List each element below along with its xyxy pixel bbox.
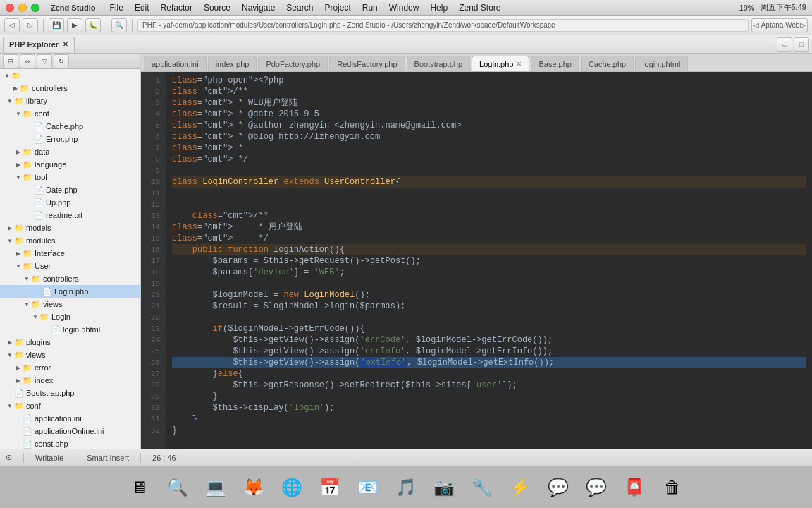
status-icon: ⊙ [6, 453, 12, 462]
tree-root-expand[interactable]: ▼ 📁 [0, 69, 140, 82]
menu-zend-store[interactable]: Zend Store [459, 3, 500, 13]
tab-bootstrap[interactable]: Bootstrap.php [407, 56, 471, 71]
traffic-lights [6, 4, 39, 12]
sidebar-item-readme[interactable]: ▶📄readme.txt [0, 209, 140, 222]
menu-search[interactable]: Search [286, 3, 313, 13]
minimize-button[interactable] [18, 4, 27, 12]
menu-edit[interactable]: Edit [135, 3, 149, 13]
menu-file[interactable]: File [110, 3, 123, 13]
tab-cache-php[interactable]: Cache.php [581, 56, 634, 71]
cursor-position: 26 : 46 [152, 454, 176, 462]
line-numbers: 1234567891011121314151617181920212223242… [141, 72, 166, 449]
run-button[interactable]: ▶ [67, 18, 82, 32]
code-editor[interactable]: 1234567891011121314151617181920212223242… [141, 72, 812, 449]
dock-terminal[interactable]: 💻 [199, 471, 233, 504]
sidebar-item-user-controllers[interactable]: ▼📁controllers [0, 272, 140, 285]
sidebar-item-up-php[interactable]: ▶📄Up.php [0, 196, 140, 209]
dock-trash[interactable]: 🗑 [656, 471, 689, 504]
toolbar-sep-1 [43, 19, 44, 32]
menu-window[interactable]: Window [389, 3, 419, 13]
sidebar-item-library[interactable]: ▼📁library [0, 95, 140, 107]
dock-safari[interactable]: 🦊 [237, 471, 271, 504]
menu-refactor[interactable]: Refactor [161, 3, 192, 13]
tab-login-phtml[interactable]: login.phtml [635, 56, 688, 71]
sidebar-item-modules[interactable]: ▼📁modules [0, 234, 140, 247]
sidebar-item-login-php[interactable]: ▶📄Login.php [0, 285, 140, 298]
back-button[interactable]: ◁ [4, 18, 20, 32]
sidebar-item-views-root[interactable]: ▼📁views [0, 349, 140, 361]
sidebar-item-conf[interactable]: ▼📁conf [0, 107, 140, 120]
minimize-panel-btn[interactable]: ▭ [777, 37, 792, 52]
debug-button[interactable]: 🐛 [85, 18, 101, 32]
search-button[interactable]: 🔍 [111, 18, 127, 32]
maximize-button[interactable] [31, 4, 39, 12]
tab-application-ini[interactable]: application.ini [144, 56, 207, 71]
dock-music[interactable]: 🎵 [389, 471, 423, 504]
menubar: Zend Studio File Edit Refactor Source Na… [0, 0, 812, 16]
tab-pdo-factory[interactable]: PdoFactory.php [258, 56, 328, 71]
sidebar-item-app-ini[interactable]: ▶📄application.ini [0, 412, 140, 425]
sidebar-item-date-php[interactable]: ▶📄Date.php [0, 183, 140, 196]
sidebar-item-login-phtml[interactable]: ▶📄login.phtml [0, 323, 140, 336]
menu-run[interactable]: Run [362, 3, 378, 13]
filter-btn[interactable]: ▽ [37, 54, 52, 68]
dock-chrome[interactable]: 🌐 [275, 471, 309, 504]
panel-buttons: ▭ □ [777, 37, 809, 52]
sidebar-item-app-online-ini[interactable]: ▶📄applicationOnline.ini [0, 425, 140, 437]
sidebar-item-views[interactable]: ▼📁views [0, 298, 140, 310]
sidebar-item-plugins[interactable]: ▶📁plugins [0, 336, 140, 349]
dock-calendar[interactable]: 📅 [313, 471, 347, 504]
sidebar-item-user[interactable]: ▼📁User [0, 260, 140, 272]
tab-close-login[interactable]: ✕ [516, 60, 522, 68]
menu-source[interactable]: Source [204, 3, 230, 13]
dock-photos[interactable]: 📷 [427, 471, 461, 504]
forward-button[interactable]: ▷ [23, 18, 38, 32]
php-explorer-panel[interactable]: PHP Explorer ✕ [3, 37, 75, 52]
sidebar-item-error-folder[interactable]: ▶📁error [0, 361, 140, 374]
code-content[interactable]: class="php-open"><?phpclass="cmt">/**cla… [166, 72, 812, 449]
tab-label: Bootstrap.php [414, 60, 463, 68]
dock-wechat[interactable]: 💬 [579, 471, 613, 504]
sidebar-item-controllers[interactable]: ▶📁controllers [0, 82, 140, 95]
sidebar-item-index-folder[interactable]: ▶📁index [0, 374, 140, 387]
menu-help[interactable]: Help [430, 3, 448, 13]
sidebar-item-error-php[interactable]: ▶📄Error.php [0, 133, 140, 145]
sidebar-item-data[interactable]: ▶📁data [0, 145, 140, 158]
dock-tools[interactable]: 🔧 [465, 471, 499, 504]
collapse-all-btn[interactable]: ⊟ [3, 54, 18, 68]
tab-base-php[interactable]: Base.php [531, 56, 579, 71]
path-display: PHP - yaf-demo/application/modules/User/… [137, 19, 749, 32]
menu-project[interactable]: Project [324, 3, 350, 13]
toolbar-sep-2 [106, 19, 106, 32]
tab-label: Login.php [479, 60, 513, 68]
tab-index-php[interactable]: index.php [208, 56, 257, 71]
tab-login-php[interactable]: Login.php ✕ [472, 56, 529, 71]
sidebar-item-tool[interactable]: ▼📁tool [0, 171, 140, 183]
writable-status: Writable [35, 454, 63, 462]
sidebar-item-cache-php[interactable]: ▶📄Cache.php [0, 120, 140, 133]
dock-postbox[interactable]: 📮 [617, 471, 651, 504]
dock: 🖥 🔍 💻 🦊 🌐 📅 📧 🎵 📷 🔧 ⚡ 💬 💬 📮 🗑 [0, 466, 812, 508]
refresh-btn[interactable]: ↻ [54, 54, 69, 68]
dock-messages[interactable]: 💬 [541, 471, 575, 504]
save-button[interactable]: 💾 [49, 18, 64, 32]
aptana-web-btn[interactable]: ◁ Aptana Web▷ [751, 18, 808, 32]
dock-mail[interactable]: 📧 [351, 471, 385, 504]
dock-spotlight[interactable]: 🔍 [161, 471, 195, 504]
sidebar-item-language[interactable]: ▶📁language [0, 158, 140, 171]
sidebar-item-interface[interactable]: ▶📁Interface [0, 247, 140, 260]
sidebar-item-bootstrap-php[interactable]: ▶📄Bootstrap.php [0, 387, 140, 399]
maximize-panel-btn[interactable]: □ [794, 37, 809, 52]
dock-finder[interactable]: 🖥 [123, 471, 156, 504]
sidebar-item-const-php[interactable]: ▶📄const.php [0, 437, 140, 449]
dock-zend[interactable]: ⚡ [503, 471, 537, 504]
tab-redis-factory[interactable]: RedisFactory.php [329, 56, 405, 71]
link-editor-btn[interactable]: ⇔ [20, 54, 35, 68]
sidebar-item-models[interactable]: ▶📁models [0, 222, 140, 234]
sidebar-toolbar: ⊟ ⇔ ▽ ↻ [0, 54, 140, 69]
close-button[interactable] [6, 4, 14, 12]
sidebar-item-conf-root[interactable]: ▼📁conf [0, 399, 140, 412]
sidebar-item-login-folder[interactable]: ▼📁Login [0, 310, 140, 323]
menu-navigate[interactable]: Navigate [242, 3, 275, 13]
status-sep-3 [140, 453, 141, 463]
